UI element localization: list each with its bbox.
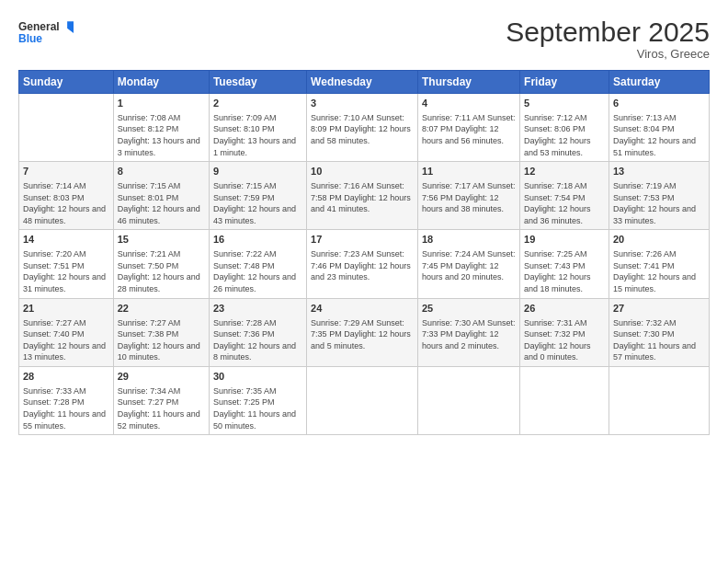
cell-data: Sunrise: 7:25 AM Sunset: 7:43 PM Dayligh… xyxy=(524,248,605,294)
cell-data: Sunrise: 7:08 AM Sunset: 8:12 PM Dayligh… xyxy=(118,112,205,158)
calendar-cell: 14Sunrise: 7:20 AM Sunset: 7:51 PM Dayli… xyxy=(19,230,114,298)
col-header-friday: Friday xyxy=(520,71,609,94)
cell-data: Sunrise: 7:29 AM Sunset: 7:35 PM Dayligh… xyxy=(311,317,414,352)
col-header-tuesday: Tuesday xyxy=(209,71,306,94)
cell-data: Sunrise: 7:26 AM Sunset: 7:41 PM Dayligh… xyxy=(613,248,705,294)
week-row-5: 28Sunrise: 7:33 AM Sunset: 7:28 PM Dayli… xyxy=(19,366,710,434)
svg-text:Blue: Blue xyxy=(18,32,42,45)
day-number: 5 xyxy=(524,97,605,110)
day-number: 22 xyxy=(118,302,205,316)
cell-data: Sunrise: 7:12 AM Sunset: 8:06 PM Dayligh… xyxy=(524,112,605,158)
calendar-cell: 6Sunrise: 7:13 AM Sunset: 8:04 PM Daylig… xyxy=(609,94,709,162)
cell-data: Sunrise: 7:15 AM Sunset: 8:01 PM Dayligh… xyxy=(118,180,205,226)
day-number: 7 xyxy=(23,165,109,178)
header: General Blue September 2025 Viros, Greec… xyxy=(18,17,710,61)
col-header-wednesday: Wednesday xyxy=(307,71,418,94)
cell-data: Sunrise: 7:30 AM Sunset: 7:33 PM Dayligh… xyxy=(422,317,516,352)
cell-data: Sunrise: 7:27 AM Sunset: 7:38 PM Dayligh… xyxy=(118,317,205,363)
day-number: 23 xyxy=(213,302,302,316)
cell-data: Sunrise: 7:19 AM Sunset: 7:53 PM Dayligh… xyxy=(613,180,705,226)
calendar-cell: 5Sunrise: 7:12 AM Sunset: 8:06 PM Daylig… xyxy=(520,94,609,162)
day-number: 6 xyxy=(613,97,705,110)
cell-data: Sunrise: 7:14 AM Sunset: 8:03 PM Dayligh… xyxy=(23,180,109,226)
day-number: 9 xyxy=(213,165,302,178)
cell-data: Sunrise: 7:09 AM Sunset: 8:10 PM Dayligh… xyxy=(213,112,302,158)
day-number: 21 xyxy=(23,302,109,316)
calendar-cell: 30Sunrise: 7:35 AM Sunset: 7:25 PM Dayli… xyxy=(209,366,306,434)
calendar-cell xyxy=(19,94,114,162)
svg-marker-2 xyxy=(67,21,74,33)
day-number: 11 xyxy=(422,165,516,178)
day-number: 15 xyxy=(118,233,205,247)
cell-data: Sunrise: 7:18 AM Sunset: 7:54 PM Dayligh… xyxy=(524,180,605,226)
day-number: 29 xyxy=(118,370,205,384)
calendar-cell: 16Sunrise: 7:22 AM Sunset: 7:48 PM Dayli… xyxy=(209,230,306,298)
day-number: 20 xyxy=(613,233,705,247)
cell-data: Sunrise: 7:10 AM Sunset: 8:09 PM Dayligh… xyxy=(311,112,414,147)
day-number: 17 xyxy=(311,233,414,247)
day-number: 13 xyxy=(613,165,705,178)
cell-data: Sunrise: 7:35 AM Sunset: 7:25 PM Dayligh… xyxy=(213,385,302,431)
cell-data: Sunrise: 7:21 AM Sunset: 7:50 PM Dayligh… xyxy=(118,248,205,294)
week-row-2: 7Sunrise: 7:14 AM Sunset: 8:03 PM Daylig… xyxy=(19,162,710,230)
calendar-cell: 11Sunrise: 7:17 AM Sunset: 7:56 PM Dayli… xyxy=(417,162,519,230)
main-title: September 2025 xyxy=(506,17,710,47)
col-header-sunday: Sunday xyxy=(19,71,114,94)
calendar-cell xyxy=(417,366,519,434)
cell-data: Sunrise: 7:33 AM Sunset: 7:28 PM Dayligh… xyxy=(23,385,109,431)
calendar-cell: 10Sunrise: 7:16 AM Sunset: 7:58 PM Dayli… xyxy=(307,162,418,230)
day-number: 27 xyxy=(613,302,705,316)
calendar-cell: 21Sunrise: 7:27 AM Sunset: 7:40 PM Dayli… xyxy=(19,298,114,366)
day-number: 19 xyxy=(524,233,605,247)
calendar-cell xyxy=(520,366,609,434)
col-header-thursday: Thursday xyxy=(417,71,519,94)
calendar-cell: 12Sunrise: 7:18 AM Sunset: 7:54 PM Dayli… xyxy=(520,162,609,230)
calendar-cell: 2Sunrise: 7:09 AM Sunset: 8:10 PM Daylig… xyxy=(209,94,306,162)
calendar-cell: 29Sunrise: 7:34 AM Sunset: 7:27 PM Dayli… xyxy=(113,366,209,434)
calendar-cell xyxy=(609,366,709,434)
cell-data: Sunrise: 7:32 AM Sunset: 7:30 PM Dayligh… xyxy=(613,317,705,363)
header-row: SundayMondayTuesdayWednesdayThursdayFrid… xyxy=(19,71,710,94)
week-row-4: 21Sunrise: 7:27 AM Sunset: 7:40 PM Dayli… xyxy=(19,298,710,366)
day-number: 2 xyxy=(213,97,302,110)
day-number: 25 xyxy=(422,302,516,316)
cell-data: Sunrise: 7:31 AM Sunset: 7:32 PM Dayligh… xyxy=(524,317,605,363)
calendar-cell: 27Sunrise: 7:32 AM Sunset: 7:30 PM Dayli… xyxy=(609,298,709,366)
calendar-cell: 24Sunrise: 7:29 AM Sunset: 7:35 PM Dayli… xyxy=(307,298,418,366)
calendar-cell: 13Sunrise: 7:19 AM Sunset: 7:53 PM Dayli… xyxy=(609,162,709,230)
cell-data: Sunrise: 7:13 AM Sunset: 8:04 PM Dayligh… xyxy=(613,112,705,158)
cell-data: Sunrise: 7:22 AM Sunset: 7:48 PM Dayligh… xyxy=(213,248,302,294)
calendar-cell: 3Sunrise: 7:10 AM Sunset: 8:09 PM Daylig… xyxy=(307,94,418,162)
day-number: 10 xyxy=(311,165,414,178)
calendar-cell: 19Sunrise: 7:25 AM Sunset: 7:43 PM Dayli… xyxy=(520,230,609,298)
day-number: 18 xyxy=(422,233,516,247)
col-header-monday: Monday xyxy=(113,71,209,94)
day-number: 26 xyxy=(524,302,605,316)
calendar-cell: 25Sunrise: 7:30 AM Sunset: 7:33 PM Dayli… xyxy=(417,298,519,366)
day-number: 1 xyxy=(118,97,205,110)
page: General Blue September 2025 Viros, Greec… xyxy=(0,0,728,563)
calendar-cell: 28Sunrise: 7:33 AM Sunset: 7:28 PM Dayli… xyxy=(19,366,114,434)
cell-data: Sunrise: 7:15 AM Sunset: 7:59 PM Dayligh… xyxy=(213,180,302,226)
calendar-cell: 1Sunrise: 7:08 AM Sunset: 8:12 PM Daylig… xyxy=(113,94,209,162)
day-number: 14 xyxy=(23,233,109,247)
calendar-table: SundayMondayTuesdayWednesdayThursdayFrid… xyxy=(18,70,710,435)
day-number: 8 xyxy=(118,165,205,178)
day-number: 4 xyxy=(422,97,516,110)
cell-data: Sunrise: 7:27 AM Sunset: 7:40 PM Dayligh… xyxy=(23,317,109,363)
svg-text:General: General xyxy=(18,20,60,33)
day-number: 3 xyxy=(311,97,414,110)
cell-data: Sunrise: 7:20 AM Sunset: 7:51 PM Dayligh… xyxy=(23,248,109,294)
cell-data: Sunrise: 7:16 AM Sunset: 7:58 PM Dayligh… xyxy=(311,180,414,215)
calendar-cell: 7Sunrise: 7:14 AM Sunset: 8:03 PM Daylig… xyxy=(19,162,114,230)
calendar-cell: 9Sunrise: 7:15 AM Sunset: 7:59 PM Daylig… xyxy=(209,162,306,230)
calendar-cell: 18Sunrise: 7:24 AM Sunset: 7:45 PM Dayli… xyxy=(417,230,519,298)
day-number: 16 xyxy=(213,233,302,247)
week-row-1: 1Sunrise: 7:08 AM Sunset: 8:12 PM Daylig… xyxy=(19,94,710,162)
cell-data: Sunrise: 7:34 AM Sunset: 7:27 PM Dayligh… xyxy=(118,385,205,431)
day-number: 24 xyxy=(311,302,414,316)
calendar-cell: 20Sunrise: 7:26 AM Sunset: 7:41 PM Dayli… xyxy=(609,230,709,298)
cell-data: Sunrise: 7:24 AM Sunset: 7:45 PM Dayligh… xyxy=(422,248,516,283)
location-subtitle: Viros, Greece xyxy=(506,47,710,61)
logo-svg: General Blue xyxy=(18,17,74,50)
